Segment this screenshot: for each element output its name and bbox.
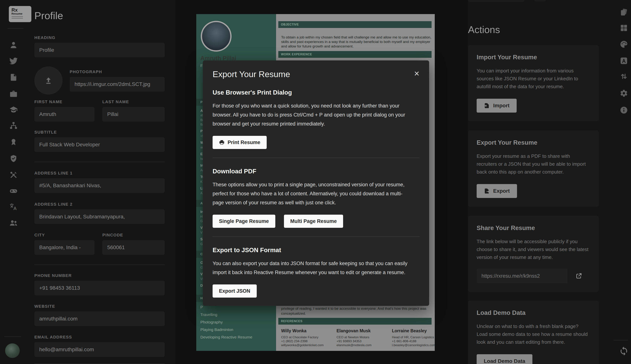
- photograph-label: PHOTOGRAPH: [70, 70, 165, 74]
- typography-icon[interactable]: [620, 57, 628, 65]
- logo-subtext: Resume: [12, 12, 31, 15]
- field-names-row: FIRST NAME LAST NAME: [34, 100, 165, 122]
- single-page-resume-button[interactable]: Single Page Resume: [213, 215, 275, 228]
- field-heading: HEADING: [34, 35, 165, 58]
- reference-role: Head of HR, Carson Logistics: [392, 335, 435, 339]
- upload-photo-button[interactable]: [34, 66, 63, 94]
- last-name-label: LAST NAME: [102, 100, 165, 104]
- templates-icon[interactable]: [620, 8, 628, 16]
- load-demo-data-button[interactable]: Load Demo Data: [477, 354, 532, 364]
- gear-icon[interactable]: [620, 89, 628, 98]
- subtitle-input[interactable]: [34, 137, 165, 152]
- left-rail-divider-bottom: [4, 336, 21, 337]
- reference-phone: +1 (802) 234-2398: [281, 339, 337, 343]
- heading-label: HEADING: [34, 35, 165, 40]
- share-card-body: The link below will be accessible public…: [477, 238, 590, 261]
- project-text-tail: privilege of reading, I wanted it to be …: [281, 306, 431, 316]
- share-link-input[interactable]: [477, 269, 567, 283]
- import-card: Import Your Resume You can import your i…: [468, 45, 599, 121]
- city-input[interactable]: [34, 240, 95, 255]
- address1-input[interactable]: [34, 178, 165, 193]
- objective-header: OBJECTIVE: [278, 21, 432, 28]
- heading-input[interactable]: [34, 43, 165, 58]
- photograph-input[interactable]: [70, 77, 165, 92]
- app-screen: Rx Resume A Profile HEADING: [0, 0, 631, 364]
- address2-input[interactable]: [34, 210, 165, 224]
- page-title: Profile: [34, 10, 165, 22]
- user-avatar[interactable]: [5, 343, 20, 358]
- sync-icon[interactable]: [619, 346, 627, 354]
- twitter-bird-icon[interactable]: [10, 57, 18, 65]
- logo-text: Rx: [12, 8, 31, 12]
- briefcase-icon[interactable]: [10, 90, 18, 98]
- external-link-icon: [576, 273, 582, 279]
- email-input[interactable]: [34, 342, 165, 357]
- reference-phone: +91 93893 34353: [337, 339, 392, 343]
- export-card-body: Export your resume as a PDF to share wit…: [477, 152, 590, 176]
- hobby-item: Playing Badminton: [200, 328, 276, 332]
- last-name-input[interactable]: [102, 107, 165, 122]
- people-icon[interactable]: [10, 218, 18, 227]
- website-label: WEBSITE: [34, 304, 165, 309]
- address2-label: ADDRESS LINE 2: [34, 202, 165, 207]
- subtitle-label: SUBTITLE: [34, 130, 165, 135]
- modal-title: Export Your Resume: [213, 70, 290, 79]
- medal-icon[interactable]: [10, 138, 18, 146]
- print-resume-button[interactable]: Print Resume: [213, 136, 267, 149]
- first-name-input[interactable]: [34, 107, 95, 122]
- import-button[interactable]: Import: [477, 99, 517, 112]
- sitemap-icon[interactable]: [10, 122, 18, 130]
- tools-icon[interactable]: [10, 171, 18, 179]
- export-json-button[interactable]: Export JSON: [213, 284, 257, 298]
- import-export-arrows-icon[interactable]: [620, 72, 628, 80]
- multi-page-resume-button[interactable]: Multi Page Resume: [284, 215, 343, 228]
- info-icon[interactable]: [620, 106, 628, 114]
- field-address1: ADDRESS LINE 1: [34, 171, 165, 193]
- open-share-link-button[interactable]: [567, 269, 590, 283]
- pincode-input[interactable]: [102, 240, 165, 255]
- profile-panel: Profile HEADING PHOTOGRAPH FIRST NAME LA…: [34, 6, 165, 364]
- reference-role: CEO at Newton Motors: [337, 335, 392, 339]
- file-import-icon: [484, 103, 490, 109]
- pdf-section-body: These options allow you to print a singl…: [213, 180, 413, 207]
- modal-divider: [213, 158, 419, 158]
- field-subtitle: SUBTITLE: [34, 130, 165, 152]
- address1-label: ADDRESS LINE 1: [34, 171, 165, 176]
- demo-card: Load Demo Data Unclear on what to do wit…: [468, 300, 599, 364]
- export-card: Export Your Resume Export your resume as…: [468, 130, 599, 206]
- shield-check-icon[interactable]: [10, 154, 18, 163]
- hobby-item: Developing Reactive Resume: [200, 335, 276, 340]
- field-city-pincode-row: CITY PINCODE: [34, 233, 165, 255]
- reference-role: CEO at Chocolate Factory: [281, 335, 337, 339]
- document-icon[interactable]: [10, 73, 18, 82]
- references-list: Willy Wonka CEO at Chocolate Factory +1 …: [281, 328, 431, 347]
- reference-phone: +1 661-808-4188: [392, 339, 435, 343]
- hobbies-list: PTravellingPhotographyPlaying BadmintonD…: [196, 305, 276, 340]
- person-icon[interactable]: [10, 41, 18, 49]
- left-rail-divider: [8, 28, 24, 28]
- demo-card-heading: Load Demo Data: [477, 309, 590, 316]
- translate-icon[interactable]: A: [10, 203, 18, 211]
- palette-icon[interactable]: [620, 40, 628, 48]
- reference-entry: Lorraine Beasley Head of HR, Carson Logi…: [392, 328, 435, 347]
- email-label: EMAIL ADDRESS: [34, 335, 165, 340]
- export-button[interactable]: Export: [477, 184, 517, 198]
- pincode-label: PINCODE: [102, 233, 165, 238]
- reference-entry: Elangovan Musk CEO at Newton Motors +91 …: [337, 328, 392, 347]
- website-input[interactable]: [34, 312, 165, 326]
- card-edge-sliver: [534, 0, 546, 2]
- graduation-cap-icon[interactable]: [10, 106, 18, 114]
- reference-email: l.beasley@carsonlogistics.com: [392, 343, 435, 347]
- logo-decor-line: [12, 16, 23, 17]
- json-section-body: You can also export your data into JSON …: [213, 259, 413, 277]
- reference-name: Elangovan Musk: [337, 328, 392, 334]
- layout-grid-icon[interactable]: [620, 24, 628, 32]
- resume-photo: [201, 21, 231, 52]
- phone-input[interactable]: [34, 281, 165, 295]
- import-card-heading: Import Your Resume: [477, 54, 590, 61]
- app-logo[interactable]: Rx Resume: [9, 6, 31, 22]
- export-card-heading: Export Your Resume: [477, 139, 590, 146]
- close-icon[interactable]: ×: [414, 70, 419, 78]
- export-modal: Export Your Resume × Use Browser's Print…: [203, 60, 429, 306]
- gamepad-icon[interactable]: [10, 187, 18, 195]
